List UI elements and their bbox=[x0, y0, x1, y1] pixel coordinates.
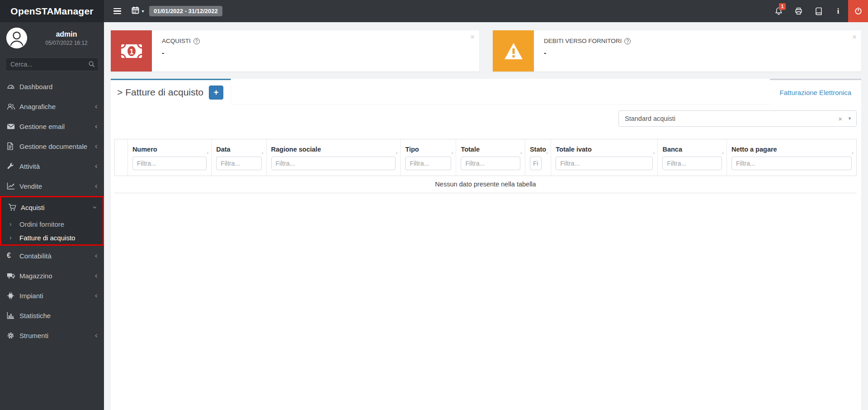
info-icon: i bbox=[837, 7, 839, 15]
sidebar-item-impianti[interactable]: Impianti ‹ bbox=[0, 286, 104, 305]
filter-input-tipo[interactable] bbox=[405, 157, 451, 170]
svg-text:1: 1 bbox=[129, 48, 133, 56]
sidebar-menu: Dashboard Anagrafiche ‹ Gestione email ‹… bbox=[0, 76, 104, 345]
sidebar-item-ordini-fornitore[interactable]: › Ordini fornitore bbox=[1, 217, 103, 231]
clear-icon[interactable]: × bbox=[833, 115, 848, 123]
filter-input-stato[interactable] bbox=[530, 157, 542, 170]
widget-title: DEBITI VERSO FORNITORI bbox=[544, 38, 622, 44]
envelope-icon bbox=[7, 123, 18, 130]
add-invoice-button[interactable]: + bbox=[209, 86, 223, 100]
notifications-button[interactable]: 1 bbox=[769, 0, 788, 22]
chevron-left-icon: ‹ bbox=[94, 252, 98, 260]
caret-down-icon: ▼ bbox=[848, 116, 852, 121]
sidebar-item-statistiche[interactable]: Statistiche bbox=[0, 305, 104, 325]
view-select-value: Standard acquisti bbox=[625, 115, 833, 122]
truck-icon bbox=[7, 272, 18, 279]
gear-icon bbox=[7, 332, 18, 339]
sort-icon: ▲ bbox=[519, 151, 523, 155]
filter-input-ragione-sociale[interactable] bbox=[271, 157, 396, 170]
sidebar-toggle-button[interactable] bbox=[108, 0, 126, 22]
user-panel: admin 05/07/2022 16:12 bbox=[0, 22, 104, 53]
search-input[interactable] bbox=[5, 57, 99, 71]
filter-input-totale-ivato[interactable] bbox=[556, 157, 653, 170]
cart-icon bbox=[8, 204, 19, 211]
filter-input-data[interactable] bbox=[216, 157, 261, 170]
invoices-table: Numero ▲ Data ▲ Ragione sociale ▲ Tipo ▲ bbox=[114, 139, 857, 193]
column-header-data[interactable]: Data ▲ bbox=[211, 139, 266, 176]
sidebar-item-gestione-email[interactable]: Gestione email ‹ bbox=[0, 116, 104, 136]
app-logo[interactable]: OpenSTAManager bbox=[0, 0, 104, 22]
column-header-empty bbox=[115, 139, 127, 176]
sidebar-item-magazzino[interactable]: Magazzino ‹ bbox=[0, 266, 104, 286]
wrench-icon bbox=[7, 162, 18, 170]
chevron-left-icon: ‹ bbox=[94, 292, 98, 300]
close-icon[interactable]: × bbox=[470, 33, 475, 41]
filter-input-netto-a-pagare[interactable] bbox=[731, 157, 852, 170]
sidebar-item-acquisti[interactable]: Acquisti › bbox=[1, 197, 103, 217]
chevron-left-icon: ‹ bbox=[94, 123, 98, 130]
sidebar-item-gestione-documentale[interactable]: Gestione documentale ‹ bbox=[0, 136, 104, 156]
sidebar-item-attivita[interactable]: Attività ‹ bbox=[0, 156, 104, 176]
logout-button[interactable] bbox=[848, 0, 868, 22]
sidebar-item-vendite[interactable]: Vendite ‹ bbox=[0, 176, 104, 196]
view-select[interactable]: Standard acquisti × ▼ bbox=[618, 110, 857, 127]
period-dropdown-button[interactable]: ▾ bbox=[127, 0, 148, 22]
chart-line-icon bbox=[7, 182, 18, 190]
column-header-totale[interactable]: Totale ▲ bbox=[456, 139, 525, 176]
caret-down-icon: ▾ bbox=[142, 9, 144, 14]
chevron-left-icon: ‹ bbox=[94, 143, 98, 150]
print-button[interactable] bbox=[788, 0, 808, 22]
column-header-ragione-sociale[interactable]: Ragione sociale ▲ bbox=[266, 139, 401, 176]
chevron-left-icon: ‹ bbox=[94, 182, 98, 190]
filter-input-totale[interactable] bbox=[461, 157, 520, 170]
chevron-left-icon: ‹ bbox=[94, 103, 98, 110]
euro-icon: € bbox=[7, 252, 18, 260]
table-header-row: Numero ▲ Data ▲ Ragione sociale ▲ Tipo ▲ bbox=[114, 139, 857, 176]
column-header-totale-ivato[interactable]: Totale ivato ▲ bbox=[551, 139, 657, 176]
user-name: admin bbox=[33, 30, 99, 38]
chip-icon bbox=[7, 292, 18, 300]
chevron-left-icon: ‹ bbox=[94, 332, 98, 339]
filter-input-banca[interactable] bbox=[662, 157, 722, 170]
book-icon bbox=[814, 7, 823, 15]
document-icon bbox=[7, 142, 18, 150]
sort-icon: ▲ bbox=[206, 151, 209, 155]
column-header-stato[interactable]: Stato ▲ bbox=[525, 139, 551, 176]
column-header-tipo[interactable]: Tipo ▲ bbox=[400, 139, 456, 176]
column-header-banca[interactable]: Banca ▲ bbox=[657, 139, 726, 176]
column-header-netto-a-pagare[interactable]: Netto a pagare ▲ bbox=[726, 139, 856, 176]
power-icon bbox=[854, 7, 863, 15]
sort-icon: ▲ bbox=[450, 151, 454, 155]
sidebar-item-fatture-di-acquisto[interactable]: › Fatture di acquisto bbox=[1, 231, 103, 244]
help-icon[interactable]: ? bbox=[624, 38, 631, 44]
sidebar-item-contabilita[interactable]: € Contabilità ‹ bbox=[0, 246, 104, 266]
avatar[interactable] bbox=[6, 28, 27, 48]
dashboard-icon bbox=[7, 82, 18, 91]
chevron-right-icon: › bbox=[9, 220, 19, 228]
chevron-down-icon: › bbox=[91, 206, 99, 209]
widget-acquisti: 1 ACQUISTI ? - × bbox=[111, 30, 479, 72]
sort-icon: ▲ bbox=[652, 151, 656, 155]
sidebar-item-dashboard[interactable]: Dashboard bbox=[0, 76, 104, 96]
filter-input-numero[interactable] bbox=[132, 157, 207, 170]
content-card: >Fatture di acquisto + Fatturazione Elet… bbox=[111, 79, 861, 410]
close-icon[interactable]: × bbox=[852, 33, 857, 41]
column-header-numero[interactable]: Numero ▲ bbox=[127, 139, 211, 176]
docs-button[interactable] bbox=[808, 0, 828, 22]
sort-icon: ▲ bbox=[261, 151, 264, 155]
notification-count-badge: 1 bbox=[779, 3, 786, 10]
tab-fatturazione-elettronica[interactable]: Fatturazione Elettronica bbox=[770, 79, 861, 105]
chevron-left-icon: ‹ bbox=[94, 162, 98, 170]
date-range-badge[interactable]: 01/01/2022 - 31/12/2022 bbox=[149, 6, 222, 16]
chevron-right-icon: › bbox=[9, 234, 19, 241]
sort-icon: ▲ bbox=[851, 151, 854, 155]
users-icon bbox=[7, 102, 18, 110]
sidebar-item-strumenti[interactable]: Strumenti ‹ bbox=[0, 325, 104, 345]
help-icon[interactable]: ? bbox=[193, 38, 200, 44]
sidebar-item-anagrafiche[interactable]: Anagrafiche ‹ bbox=[0, 96, 104, 116]
chevron-left-icon: ‹ bbox=[94, 272, 98, 280]
widget-value: - bbox=[544, 49, 631, 57]
info-button[interactable]: i bbox=[828, 0, 848, 22]
user-datetime: 05/07/2022 16:12 bbox=[33, 40, 99, 46]
search-icon[interactable] bbox=[88, 61, 95, 69]
